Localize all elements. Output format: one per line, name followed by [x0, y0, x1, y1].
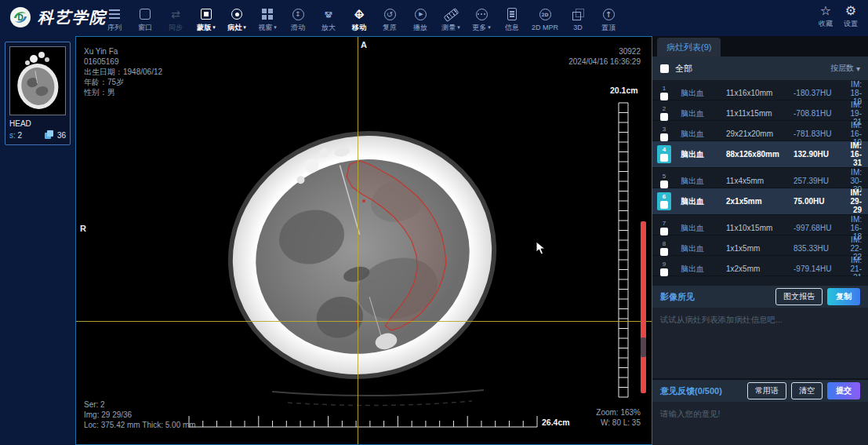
- toolbar-play-button[interactable]: 播放: [408, 6, 433, 31]
- lesion-row[interactable]: 8脑出血1x1x5mm835.33HUIM: 22-22: [652, 235, 868, 256]
- scroll-icon: [290, 6, 306, 22]
- favorite-button[interactable]: 收藏: [818, 2, 833, 29]
- toolbar-window-button[interactable]: 窗口: [133, 6, 158, 31]
- lesion-row[interactable]: 5脑出血11x4x5mm257.39HUIM: 30-30: [652, 168, 868, 188]
- lesion-tab-bar: 病灶列表(9): [652, 36, 868, 57]
- ct-axial-viewport[interactable]: Xu Yin Fa 01605169 出生日期：1948/06/12 年龄：75…: [75, 36, 652, 445]
- report-button[interactable]: 图文报告: [775, 288, 823, 305]
- findings-title: 影像所见: [660, 291, 695, 303]
- feedback-textarea[interactable]: 请输入您的意见!: [652, 402, 868, 445]
- measurement-rulers: [76, 37, 652, 445]
- image-status: Img: 29 29/36: [84, 410, 196, 420]
- sort-by-layers-dropdown[interactable]: 按层数 ▾: [830, 63, 860, 74]
- clear-button[interactable]: 清空: [791, 382, 823, 399]
- lesion-hu-value: 835.33HU: [794, 244, 844, 253]
- orientation-anterior-label: A: [361, 40, 367, 50]
- toolbar-more-button[interactable]: 更多▾: [469, 6, 494, 31]
- lesion-checkbox[interactable]: [660, 248, 668, 256]
- toolbar-measure-button[interactable]: 测量▾: [438, 6, 463, 31]
- lesion-hu-value: -708.81HU: [794, 109, 844, 118]
- medical-imaging-workstation: D 科艺学院 序列窗口同步蒙版▾病灶▾视窗▾滑动放大移动复原播放测量▾更多▾信息…: [0, 0, 868, 445]
- toolbar-lesion-button[interactable]: 病灶▾: [224, 6, 249, 31]
- horizontal-ruler-label: 26.4cm: [542, 418, 570, 428]
- lesion-size: 11x10x15mm: [726, 224, 794, 232]
- lesion-row-index: 8: [657, 241, 671, 256]
- lesion-checkbox[interactable]: [660, 228, 668, 235]
- tab-lesion-list[interactable]: 病灶列表(9): [657, 38, 721, 57]
- settings-label: 设置: [844, 19, 858, 29]
- lesion-number: 8: [663, 241, 666, 247]
- toolbar-scroll-label: 滑动: [291, 24, 305, 31]
- feedback-header: 意见反馈(0/500) 常用语 清空 提交: [652, 378, 868, 402]
- toolbar-viewport-button[interactable]: 视窗▾: [255, 6, 280, 31]
- favorite-label: 收藏: [819, 19, 833, 29]
- pin-top-icon: [601, 6, 616, 22]
- toolbar-pin-top-label: 置顶: [601, 24, 616, 31]
- slider-handle[interactable]: [641, 337, 646, 357]
- lesion-row-index: 5: [657, 173, 671, 188]
- select-all-checkbox[interactable]: [660, 64, 669, 73]
- series-number-prefix: s:: [9, 131, 16, 140]
- lesion-row[interactable]: 2脑出血11x11x15mm-708.81HUIM: 19-21: [652, 100, 868, 121]
- toolbar-restore-label: 复原: [383, 24, 397, 31]
- settings-button[interactable]: 设置: [843, 2, 859, 29]
- select-all-label: 全部: [675, 63, 692, 75]
- cube-3d-icon: [570, 6, 586, 22]
- toolbar-2d-mpr-button[interactable]: 2D MPR: [530, 6, 560, 31]
- lesion-row-index: 7: [657, 221, 671, 235]
- lesion-row[interactable]: 4脑出血88x126x80mm132.90HUIM: 16-31: [652, 141, 868, 168]
- toolbar-restore-button[interactable]: 复原: [377, 6, 402, 31]
- lesion-image-range: IM: 16-31: [844, 141, 862, 167]
- lesion-checkbox[interactable]: [660, 201, 668, 209]
- crosshair-vertical-line[interactable]: [358, 37, 358, 445]
- lesion-hu-value: -781.83HU: [794, 129, 844, 138]
- lesion-row[interactable]: 1脑出血11x16x10mm-180.37HUIM: 18-19: [652, 80, 868, 100]
- lesion-number: 4: [663, 147, 666, 153]
- toolbar-mask-button[interactable]: 蒙版▾: [194, 6, 219, 31]
- common-phrases-button[interactable]: 常用语: [747, 382, 786, 399]
- toolbar-zoom-in-button[interactable]: 放大: [316, 6, 341, 31]
- series-image-count: 36: [57, 131, 66, 140]
- series-thumbnail-image[interactable]: [9, 46, 66, 115]
- lesion-type: 脑出血: [681, 88, 726, 99]
- study-info-overlay: 30922 2024/04/16 16:36:29: [568, 46, 641, 67]
- toolbar-info-label: 信息: [505, 24, 519, 31]
- top-toolbar: D 科艺学院 序列窗口同步蒙版▾病灶▾视窗▾滑动放大移动复原播放测量▾更多▾信息…: [0, 0, 868, 36]
- lesion-row[interactable]: 3脑出血29x21x20mm-781.83HUIM: 16-19: [652, 121, 868, 141]
- lesion-type: 脑出血: [681, 264, 726, 275]
- lesion-checkbox[interactable]: [660, 113, 668, 121]
- submit-button[interactable]: 提交: [827, 382, 860, 399]
- toolbar-info-button[interactable]: 信息: [499, 6, 525, 31]
- toolbar-sequence-button[interactable]: 序列: [102, 6, 127, 31]
- lesion-row[interactable]: 7脑出血11x10x15mm-997.68HUIM: 16-18: [652, 215, 868, 235]
- image-stack-icon: [45, 130, 54, 140]
- feedback-title: 意见反馈(0/500): [660, 385, 722, 397]
- lesion-checkbox[interactable]: [660, 154, 668, 162]
- lesion-checkbox[interactable]: [660, 181, 668, 188]
- lesion-checkbox[interactable]: [660, 93, 668, 100]
- copy-button[interactable]: 复制: [827, 288, 860, 305]
- crosshair-horizontal-line[interactable]: [76, 321, 652, 322]
- toolbar-viewport-label: 视窗: [258, 24, 272, 31]
- slice-position-slider[interactable]: [641, 221, 646, 393]
- toolbar-3d-button[interactable]: 3D: [565, 6, 590, 31]
- measure-icon: [443, 6, 459, 22]
- toolbar-pin-top-button[interactable]: 置顶: [596, 6, 621, 31]
- lesion-row[interactable]: 9脑出血1x2x5mm-979.14HUIM: 21-21: [652, 256, 868, 276]
- lesion-size: 88x126x80mm: [726, 150, 794, 159]
- toolbar-scroll-button[interactable]: 滑动: [285, 6, 311, 31]
- lesion-checkbox[interactable]: [660, 133, 668, 141]
- mpr-2d-icon: [537, 6, 553, 22]
- lesion-checkbox[interactable]: [660, 268, 668, 276]
- toolbar-mask-label: 蒙版: [197, 24, 211, 31]
- series-name: HEAD: [9, 119, 66, 128]
- lesion-rows: 1脑出血11x16x10mm-180.37HUIM: 18-192脑出血11x1…: [652, 80, 868, 276]
- lesion-size: 1x2x5mm: [726, 264, 794, 273]
- lesion-row[interactable]: 6脑出血2x1x5mm75.00HUIM: 29-29: [652, 188, 868, 215]
- series-thumbnail-card[interactable]: HEAD s: 2 36: [5, 42, 71, 145]
- toolbar-move-button[interactable]: 移动: [347, 6, 372, 31]
- info-icon: [504, 6, 520, 22]
- gear-icon: [843, 2, 859, 18]
- chevron-down-icon: ▾: [212, 24, 216, 31]
- findings-textarea[interactable]: 试试从病灶列表添加病灶信息吧...: [652, 308, 868, 378]
